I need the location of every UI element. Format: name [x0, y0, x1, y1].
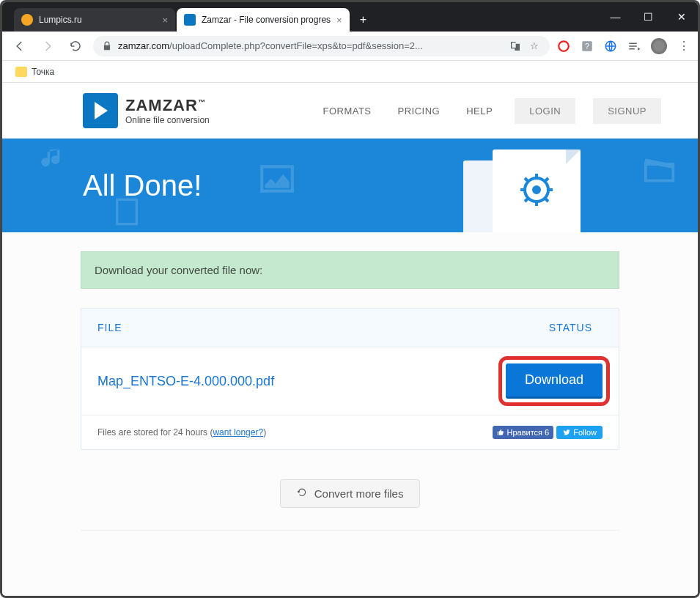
- convert-more-button[interactable]: Convert more files: [280, 479, 421, 508]
- tab-zamzar[interactable]: Zamzar - File conversion progres ×: [177, 8, 350, 32]
- site-header: ZAMZAR™ Online file conversion FORMATS P…: [2, 83, 698, 139]
- profile-avatar[interactable]: [651, 38, 667, 54]
- window-controls: — ☐ ✕: [599, 2, 698, 32]
- tab-title: Zamzar - File conversion progres: [202, 15, 331, 25]
- back-button[interactable]: [10, 36, 30, 56]
- opera-icon[interactable]: [557, 40, 570, 53]
- media-icon[interactable]: [627, 40, 641, 53]
- logo-title: ZAMZAR™: [125, 96, 210, 115]
- translate-icon[interactable]: [509, 40, 522, 53]
- svg-point-0: [559, 41, 569, 51]
- lock-icon: [102, 41, 112, 51]
- svg-text:?: ?: [585, 41, 589, 50]
- svg-point-10: [532, 185, 541, 194]
- download-button[interactable]: Download: [506, 363, 603, 399]
- twitter-follow-button[interactable]: Follow: [556, 426, 603, 439]
- svg-line-17: [525, 199, 528, 202]
- star-icon[interactable]: ☆: [528, 40, 541, 53]
- svg-line-18: [545, 178, 548, 181]
- facebook-like-button[interactable]: Нравится 6: [493, 426, 553, 439]
- arrow-left-icon: [13, 40, 26, 53]
- file-name-link[interactable]: Map_ENTSO-E-4.000.000.pdf: [97, 374, 274, 389]
- url-text: zamzar.com/uploadComplete.php?convertFil…: [118, 40, 503, 51]
- bookmark-label: Точка: [32, 67, 54, 77]
- storage-notice: Files are stored for 24 hours (want long…: [97, 427, 266, 438]
- content-area: Download your converted file now: FILE S…: [81, 232, 619, 578]
- maximize-button[interactable]: ☐: [632, 2, 665, 32]
- next-section-edge: [81, 530, 619, 559]
- hero-title: All Done!: [83, 169, 202, 202]
- image-icon: [259, 160, 295, 197]
- arrow-right-icon: [41, 40, 54, 53]
- social-buttons: Нравится 6 Follow: [493, 426, 603, 439]
- card-footer: Files are stored for 24 hours (want long…: [81, 415, 619, 449]
- close-icon[interactable]: ×: [336, 15, 342, 26]
- tab-lumpics[interactable]: Lumpics.ru ×: [14, 8, 175, 32]
- browser-toolbar: zamzar.com/uploadComplete.php?convertFil…: [2, 32, 698, 61]
- browser-titlebar: Lumpics.ru × Zamzar - File conversion pr…: [2, 2, 698, 32]
- forward-button[interactable]: [37, 36, 58, 56]
- globe-icon[interactable]: [604, 40, 617, 53]
- page-viewport[interactable]: ZAMZAR™ Online file conversion FORMATS P…: [2, 83, 698, 596]
- want-longer-link[interactable]: want longer?: [213, 427, 263, 438]
- clapper-icon: [643, 153, 676, 186]
- nav-help[interactable]: HELP: [462, 100, 497, 122]
- folder-icon: [15, 67, 27, 77]
- convert-more-label: Convert more files: [314, 487, 404, 500]
- tab-strip: Lumpics.ru × Zamzar - File conversion pr…: [8, 2, 375, 32]
- logo-subtitle: Online file conversion: [125, 115, 210, 125]
- svg-rect-4: [117, 199, 137, 224]
- svg-line-16: [545, 199, 548, 202]
- reload-button[interactable]: [65, 36, 86, 56]
- alert-message: Download your converted file now:: [95, 264, 262, 276]
- refresh-icon: [297, 487, 307, 500]
- col-status-header: STATUS: [549, 322, 592, 333]
- thumbs-up-icon: [497, 429, 504, 436]
- bookmark-folder[interactable]: Точка: [11, 64, 59, 80]
- success-alert: Download your converted file now:: [81, 251, 619, 289]
- logo-mark-icon: [83, 93, 118, 128]
- minimize-button[interactable]: —: [599, 2, 632, 32]
- extension-icons: ? ⋮: [557, 38, 690, 54]
- file-card: FILE STATUS Map_ENTSO-E-4.000.000.pdf Do…: [81, 308, 619, 450]
- table-row: Map_ENTSO-E-4.000.000.pdf Download: [81, 347, 619, 415]
- main-nav: FORMATS PRICING HELP LOGIN SIGNUP: [318, 98, 661, 124]
- close-icon[interactable]: ×: [162, 15, 168, 26]
- reload-icon: [69, 40, 82, 53]
- tab-title: Lumpics.ru: [39, 15, 82, 25]
- favicon-zamzar: [184, 14, 196, 26]
- logo-text: ZAMZAR™ Online file conversion: [125, 96, 210, 125]
- bookmarks-bar: Точка: [2, 61, 698, 83]
- logo[interactable]: ZAMZAR™ Online file conversion: [83, 93, 210, 128]
- hero-banner: All Done!: [2, 139, 698, 232]
- help-icon[interactable]: ?: [581, 40, 594, 53]
- nav-formats[interactable]: FORMATS: [318, 100, 375, 122]
- table-header: FILE STATUS: [81, 309, 619, 347]
- menu-icon[interactable]: ⋮: [677, 40, 690, 53]
- col-file-header: FILE: [97, 322, 122, 333]
- document-illustration: [463, 146, 610, 232]
- address-bar[interactable]: zamzar.com/uploadComplete.php?convertFil…: [93, 36, 550, 56]
- new-tab-button[interactable]: +: [351, 8, 375, 32]
- nav-login[interactable]: LOGIN: [515, 98, 575, 124]
- twitter-icon: [562, 429, 571, 436]
- download-wrap: Download: [506, 363, 603, 399]
- nav-pricing[interactable]: PRICING: [394, 100, 445, 122]
- svg-line-15: [525, 178, 528, 181]
- favicon-lumpics: [21, 14, 33, 26]
- close-window-button[interactable]: ✕: [665, 2, 698, 32]
- nav-signup[interactable]: SIGNUP: [593, 98, 661, 124]
- music-icon: [39, 146, 68, 175]
